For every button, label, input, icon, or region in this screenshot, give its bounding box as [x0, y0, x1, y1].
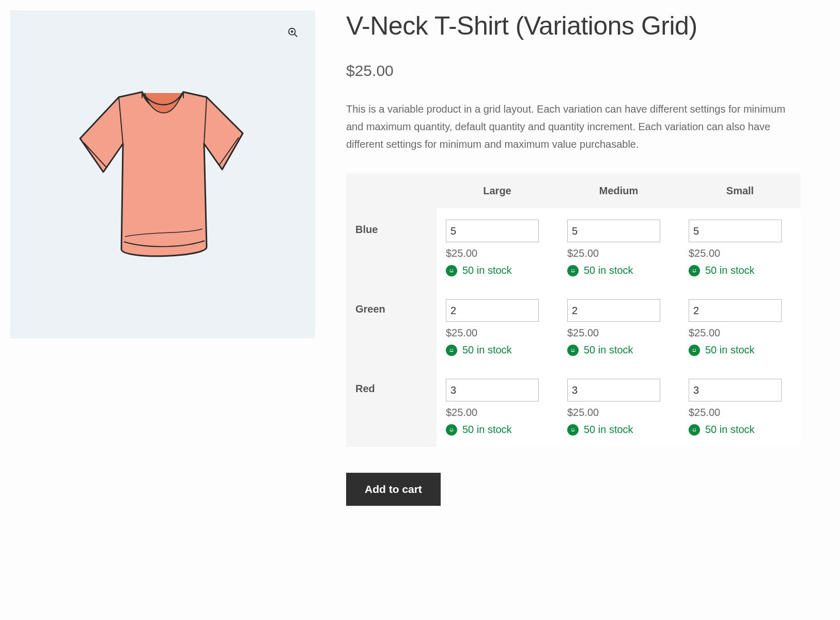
grid-header-row: Large Medium Small [346, 174, 801, 208]
stock-text: 50 in stock [705, 265, 755, 276]
svg-line-1 [294, 34, 298, 37]
svg-point-17 [453, 428, 453, 429]
grid-row: Red$25.0050 in stock$25.0050 in stock$25… [346, 367, 801, 447]
quantity-input[interactable] [567, 299, 660, 322]
smiley-icon [689, 265, 700, 276]
row-header: Green [346, 288, 437, 367]
variations-grid: Large Medium Small Blue$25.0050 in stock… [346, 174, 801, 447]
smiley-icon [446, 345, 457, 356]
variation-price: $25.00 [446, 407, 549, 419]
variation-price: $25.00 [446, 247, 549, 259]
svg-point-11 [453, 349, 453, 349]
stock-text: 50 in stock [584, 424, 633, 436]
variation-cell: $25.0050 in stock [437, 367, 558, 447]
smiley-icon [567, 424, 579, 436]
row-header: Blue [346, 208, 437, 288]
smiley-icon [567, 265, 579, 276]
stock-status: 50 in stock [567, 424, 670, 436]
smiley-icon [446, 265, 457, 276]
product-title: V-Neck T-Shirt (Variations Grid) [346, 10, 830, 41]
svg-point-19 [574, 428, 574, 429]
column-header: Large [437, 174, 558, 208]
variation-price: $25.00 [567, 247, 670, 259]
product-price: $25.00 [346, 62, 830, 80]
variation-cell: $25.0050 in stock [679, 208, 801, 288]
svg-point-7 [574, 269, 574, 270]
variation-cell: $25.0050 in stock [679, 367, 801, 447]
quantity-input[interactable] [446, 299, 539, 322]
svg-point-15 [695, 349, 696, 349]
smiley-icon [567, 345, 579, 356]
quantity-input[interactable] [446, 220, 539, 242]
svg-point-4 [450, 269, 451, 270]
svg-point-16 [450, 428, 451, 429]
quantity-input[interactable] [689, 220, 782, 242]
smiley-icon [689, 424, 700, 436]
stock-text: 50 in stock [584, 265, 633, 276]
smiley-icon [446, 424, 457, 436]
product-description: This is a variable product in a grid lay… [346, 100, 801, 153]
svg-point-13 [574, 349, 574, 349]
stock-text: 50 in stock [705, 424, 755, 436]
variation-cell: $25.0050 in stock [558, 288, 679, 367]
svg-point-9 [695, 269, 696, 270]
variation-price: $25.00 [689, 327, 791, 339]
variation-cell: $25.0050 in stock [558, 208, 679, 288]
stock-status: 50 in stock [567, 265, 670, 276]
svg-point-12 [572, 349, 572, 349]
svg-point-18 [572, 428, 572, 429]
stock-text: 50 in stock [584, 344, 633, 356]
quantity-input[interactable] [689, 379, 782, 401]
add-to-cart-button[interactable]: Add to cart [346, 473, 441, 506]
variation-cell: $25.0050 in stock [679, 288, 801, 367]
stock-status: 50 in stock [689, 424, 791, 436]
quantity-input[interactable] [689, 299, 782, 322]
product-layout: V-Neck T-Shirt (Variations Grid) $25.00 … [10, 10, 830, 506]
variation-cell: $25.0050 in stock [437, 208, 558, 288]
variation-cell: $25.0050 in stock [558, 367, 679, 447]
variation-cell: $25.0050 in stock [437, 288, 558, 367]
variation-price: $25.00 [689, 407, 791, 419]
quantity-input[interactable] [567, 220, 660, 242]
stock-status: 50 in stock [446, 265, 549, 276]
svg-point-10 [450, 349, 451, 349]
svg-point-21 [695, 428, 696, 429]
svg-point-6 [572, 269, 572, 270]
product-summary: V-Neck T-Shirt (Variations Grid) $25.00 … [346, 10, 830, 506]
column-header: Medium [558, 174, 679, 208]
grid-row: Blue$25.0050 in stock$25.0050 in stock$2… [346, 208, 801, 288]
stock-status: 50 in stock [689, 265, 791, 276]
svg-point-8 [693, 269, 694, 270]
variation-price: $25.00 [567, 327, 670, 339]
stock-text: 50 in stock [705, 344, 755, 356]
stock-status: 50 in stock [446, 344, 549, 356]
svg-point-5 [453, 269, 453, 270]
svg-point-14 [693, 349, 694, 349]
quantity-input[interactable] [446, 379, 539, 401]
product-gallery [10, 10, 315, 338]
product-image-container[interactable] [10, 10, 315, 338]
stock-text: 50 in stock [462, 344, 512, 356]
zoom-icon[interactable] [286, 26, 300, 39]
column-header: Small [679, 174, 801, 208]
svg-point-20 [693, 428, 694, 429]
smiley-icon [689, 345, 700, 356]
stock-status: 50 in stock [446, 424, 549, 436]
variation-price: $25.00 [446, 327, 549, 339]
quantity-input[interactable] [567, 379, 660, 401]
row-header: Red [346, 367, 437, 447]
stock-status: 50 in stock [567, 344, 670, 356]
product-image-tshirt [67, 76, 258, 273]
stock-text: 50 in stock [462, 424, 512, 436]
grid-corner-cell [346, 174, 437, 208]
stock-text: 50 in stock [462, 265, 512, 276]
variation-price: $25.00 [567, 407, 670, 419]
grid-row: Green$25.0050 in stock$25.0050 in stock$… [346, 288, 801, 367]
stock-status: 50 in stock [689, 344, 791, 356]
variation-price: $25.00 [689, 247, 791, 259]
